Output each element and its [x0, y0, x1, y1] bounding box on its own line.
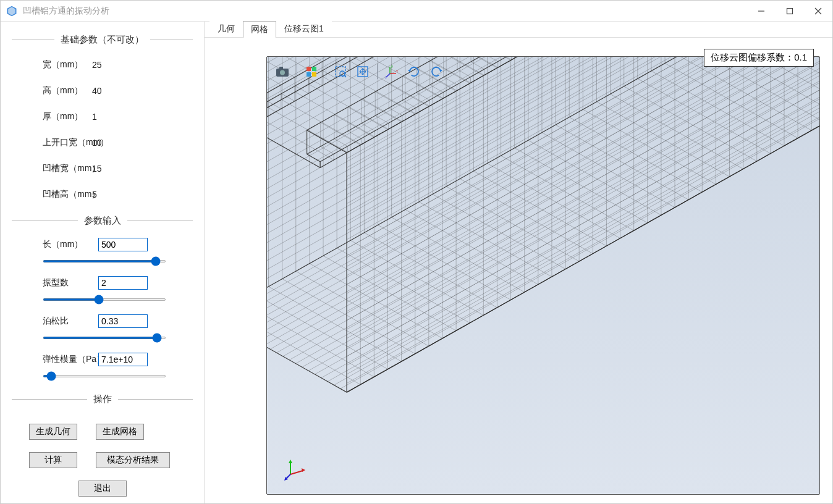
- svg-line-81: [269, 287, 402, 361]
- generate-mesh-button[interactable]: 生成网格: [96, 424, 144, 440]
- section-operations: 操作: [12, 393, 193, 405]
- svg-rect-10: [312, 72, 316, 77]
- svg-line-381: [611, 94, 743, 169]
- minimize-button[interactable]: [747, 1, 776, 21]
- tab-geometry[interactable]: 几何: [209, 20, 243, 37]
- svg-line-105: [296, 271, 429, 346]
- svg-line-73: [281, 94, 295, 101]
- svg-line-405: [638, 78, 771, 153]
- svg-text:z: z: [385, 75, 387, 78]
- svg-line-41: [307, 154, 321, 162]
- svg-line-101: [375, 116, 389, 123]
- svg-line-103: [375, 91, 415, 114]
- label-young: 弹性模量（Pa）: [43, 354, 98, 365]
- svg-line-149: [430, 85, 444, 92]
- offset-coefficient-display: 位移云图偏移系数：0.1: [704, 49, 814, 67]
- svg-line-429: [665, 63, 798, 138]
- svg-rect-7: [307, 67, 311, 71]
- window-title: 凹槽铝方通的振动分析: [23, 6, 747, 17]
- slider-modes[interactable]: [43, 298, 166, 301]
- svg-line-65: [334, 139, 348, 146]
- orientation-triad: [284, 458, 307, 483]
- slider-poisson[interactable]: [43, 337, 166, 339]
- label-length: 长（mm）: [43, 239, 98, 250]
- compute-button[interactable]: 计算: [29, 452, 77, 468]
- svg-line-177: [378, 225, 511, 300]
- svg-line-77: [348, 131, 362, 138]
- svg-rect-1: [787, 8, 793, 14]
- svg-line-345: [569, 117, 702, 192]
- svg-text:y: y: [391, 65, 393, 68]
- svg-line-165: [364, 233, 497, 308]
- svg-line-79: [348, 107, 388, 129]
- input-length[interactable]: [98, 238, 148, 251]
- titlebar: 凹槽铝方通的振动分析: [1, 1, 832, 22]
- svg-rect-6: [279, 67, 283, 69]
- svg-rect-8: [312, 67, 316, 71]
- tab-mesh[interactable]: 网格: [243, 21, 276, 38]
- pan-icon[interactable]: [353, 63, 372, 80]
- label-poisson: 泊松比: [43, 316, 98, 327]
- close-button[interactable]: [804, 1, 832, 21]
- svg-line-369: [596, 102, 729, 177]
- svg-line-417: [651, 71, 784, 146]
- svg-line-117: [310, 264, 442, 338]
- exit-button[interactable]: 退出: [78, 481, 127, 497]
- svg-line-113: [389, 108, 402, 116]
- svg-line-970: [267, 57, 819, 327]
- svg-line-67: [334, 115, 374, 137]
- input-poisson[interactable]: [98, 314, 148, 328]
- svg-line-125: [402, 100, 416, 107]
- svg-line-961: [289, 57, 819, 360]
- rotate-cw-icon[interactable]: [405, 63, 423, 80]
- svg-line-906: [267, 57, 819, 282]
- svg-line-137: [417, 93, 430, 100]
- param-width: 宽（mm）25: [12, 53, 193, 77]
- svg-text:x: x: [396, 69, 398, 73]
- svg-line-966: [267, 57, 819, 342]
- tabs: 几何 网格 位移云图1: [205, 22, 832, 38]
- svg-line-115: [389, 84, 429, 106]
- 3d-viewport[interactable]: xyz: [266, 56, 820, 495]
- rotate-ccw-icon[interactable]: [427, 63, 446, 80]
- svg-line-93: [282, 279, 415, 354]
- svg-line-967: [267, 57, 819, 338]
- svg-rect-9: [307, 72, 311, 77]
- svg-line-85: [295, 86, 309, 93]
- axis-triad-icon[interactable]: xyz: [383, 63, 401, 80]
- svg-line-273: [487, 163, 620, 238]
- maximize-button[interactable]: [776, 1, 804, 21]
- zoom-rect-icon[interactable]: [331, 63, 350, 80]
- svg-line-141: [337, 248, 470, 323]
- input-modes[interactable]: [98, 276, 148, 290]
- slider-length[interactable]: [43, 260, 166, 262]
- svg-line-902: [267, 57, 819, 300]
- modal-result-button[interactable]: 模态分析结果: [96, 452, 170, 468]
- svg-line-333: [556, 125, 688, 200]
- svg-line-89: [362, 124, 375, 131]
- camera-icon[interactable]: [273, 63, 292, 80]
- svg-line-237: [446, 187, 579, 261]
- svg-line-910: [267, 57, 819, 264]
- svg-line-357: [583, 109, 716, 184]
- svg-line-153: [350, 240, 483, 315]
- param-height: 高（mm）40: [12, 79, 193, 103]
- mesh-wireframe: [267, 57, 819, 494]
- tab-displacement[interactable]: 位移云图1: [276, 20, 332, 37]
- svg-line-213: [419, 202, 552, 277]
- svg-line-173: [457, 69, 471, 77]
- generate-geometry-button[interactable]: 生成几何: [29, 424, 77, 440]
- svg-line-956: [321, 57, 819, 378]
- svg-point-5: [280, 70, 285, 75]
- svg-line-962: [283, 57, 819, 356]
- viewport-toolbar: xyz: [273, 63, 446, 80]
- svg-line-207: [432, 57, 512, 60]
- svg-line-225: [433, 194, 565, 269]
- slider-young[interactable]: [43, 375, 166, 377]
- svg-line-958: [308, 57, 819, 371]
- input-young[interactable]: [98, 353, 148, 366]
- svg-line-309: [528, 140, 661, 215]
- svg-line-953: [340, 57, 819, 388]
- svg-line-974: [290, 471, 303, 474]
- cube-select-icon[interactable]: [302, 63, 321, 80]
